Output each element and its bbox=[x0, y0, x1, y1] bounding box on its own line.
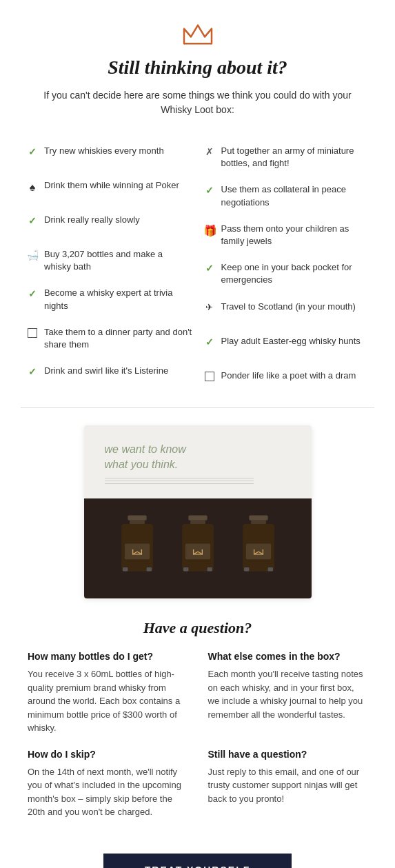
svg-rect-18 bbox=[251, 521, 266, 524]
faq-item: How do I skip? On the 14th of next month… bbox=[28, 749, 188, 819]
header-section: Still thinking about it? If you can't de… bbox=[0, 0, 395, 124]
list-item: ✓Keep one in your back pocket for emerge… bbox=[198, 254, 375, 293]
check-icon: ✓ bbox=[203, 262, 216, 276]
faq-title: Have a question? bbox=[28, 619, 367, 637]
svg-rect-15 bbox=[183, 567, 188, 571]
check-icon: ✓ bbox=[26, 145, 39, 159]
svg-rect-17 bbox=[249, 516, 267, 521]
bottle-3 bbox=[231, 512, 286, 581]
item-text: Keep one in your back pocket for emergen… bbox=[221, 261, 369, 286]
box-image-section: we want to know what you think. bbox=[0, 412, 395, 613]
svg-rect-23 bbox=[244, 567, 249, 571]
list-item: ✓Use them as collateral in peace negotia… bbox=[198, 176, 375, 215]
box-bottom bbox=[84, 498, 312, 598]
item-text: Become a whisky expert at trivia nights bbox=[44, 287, 192, 312]
list-item: Ponder life like a poet with a dram bbox=[198, 363, 375, 397]
cta-section: TREAT YOURSELF bbox=[0, 840, 395, 868]
check-icon: ✓ bbox=[26, 365, 39, 379]
item-text: Buy 3,207 bottles and make a whisky bath bbox=[44, 248, 192, 273]
item-text: Travel to Scotland (in your mouth) bbox=[221, 301, 369, 313]
faq-item: What else comes in the box? Each month y… bbox=[208, 651, 368, 735]
item-text: Drink and swirl like it's Listerine bbox=[44, 365, 192, 377]
square-icon bbox=[203, 370, 216, 385]
list-item: ✓Drink and swirl like it's Listerine bbox=[21, 358, 198, 392]
faq-question: What else comes in the box? bbox=[208, 651, 368, 662]
item-text: Pass them onto your children as family j… bbox=[221, 223, 369, 248]
svg-rect-8 bbox=[146, 567, 151, 571]
list-item: ✓Drink really really slowly bbox=[21, 207, 198, 241]
list-item: 🛁Buy 3,207 bottles and make a whisky bat… bbox=[21, 241, 198, 280]
faq-item: How many bottles do I get? You receive 3… bbox=[28, 651, 188, 735]
check-icon: ✓ bbox=[26, 287, 39, 301]
list-item: ✓Try new whiskies every month bbox=[21, 138, 198, 172]
faq-answer: On the 14th of next month, we'll notify … bbox=[28, 765, 188, 819]
box-image: we want to know what you think. bbox=[84, 425, 312, 599]
faq-section: Have a question? How many bottles do I g… bbox=[0, 612, 395, 840]
svg-rect-9 bbox=[188, 516, 207, 521]
item-text: Use them as collateral in peace negotiat… bbox=[221, 183, 369, 208]
page-subtitle: If you can't decide here are some things… bbox=[28, 88, 367, 117]
list-item: ✓Become a whisky expert at trivia nights bbox=[21, 280, 198, 319]
svg-rect-16 bbox=[207, 567, 212, 571]
main-container: Still thinking about it? If you can't de… bbox=[0, 0, 395, 868]
svg-rect-2 bbox=[130, 521, 145, 524]
check-icon: ✓ bbox=[203, 336, 216, 350]
left-column: ✓Try new whiskies every month♠Drink them… bbox=[21, 138, 198, 397]
item-text: Put together an army of miniature bottle… bbox=[221, 145, 369, 170]
list-item: ✈Travel to Scotland (in your mouth) bbox=[198, 294, 375, 328]
faq-grid: How many bottles do I get? You receive 3… bbox=[28, 651, 367, 819]
box-top: we want to know what you think. bbox=[84, 425, 312, 499]
item-text: Drink them while winning at Poker bbox=[44, 179, 192, 192]
svg-rect-24 bbox=[267, 567, 272, 571]
x-icon: ✗ bbox=[203, 145, 216, 159]
faq-question: How do I skip? bbox=[28, 749, 188, 760]
square-icon bbox=[26, 327, 39, 342]
bath-icon: 🛁 bbox=[26, 249, 39, 263]
crown-icon bbox=[181, 21, 215, 48]
faq-answer: Each month you'll receive tasting notes … bbox=[208, 667, 368, 721]
item-text: Play adult Easter-egg whisky hunts bbox=[221, 335, 369, 347]
check-icon: ✓ bbox=[203, 184, 216, 198]
divider bbox=[21, 407, 374, 408]
bottle-2 bbox=[170, 512, 225, 581]
gift-icon: 🎁 bbox=[203, 223, 216, 239]
check-icon: ✓ bbox=[26, 214, 39, 228]
list-item: 🎁Pass them onto your children as family … bbox=[198, 216, 375, 254]
svg-rect-1 bbox=[128, 516, 146, 521]
faq-answer: You receive 3 x 60mL bottles of high-qua… bbox=[28, 667, 188, 735]
list-item: ♠Drink them while winning at Poker bbox=[21, 172, 198, 207]
faq-question: How many bottles do I get? bbox=[28, 651, 188, 662]
item-text: Ponder life like a poet with a dram bbox=[221, 370, 369, 382]
list-item: Take them to a dinner party and don't sh… bbox=[21, 319, 198, 358]
plane-icon: ✈ bbox=[203, 301, 216, 314]
bottle-1 bbox=[110, 512, 165, 581]
cta-button[interactable]: TREAT YOURSELF bbox=[103, 854, 292, 868]
right-column: ✗Put together an army of miniature bottl… bbox=[198, 138, 375, 397]
faq-question: Still have a question? bbox=[208, 749, 368, 760]
list-item: ✓Play adult Easter-egg whisky hunts bbox=[198, 328, 375, 363]
faq-answer: Just reply to this email, and one of our… bbox=[208, 765, 368, 806]
faq-item: Still have a question? Just reply to thi… bbox=[208, 749, 368, 819]
spade-icon: ♠ bbox=[26, 180, 39, 195]
list-item: ✗Put together an army of miniature bottl… bbox=[198, 138, 375, 176]
svg-rect-7 bbox=[123, 567, 128, 571]
svg-rect-10 bbox=[190, 521, 205, 524]
items-section: ✓Try new whiskies every month♠Drink them… bbox=[0, 124, 395, 404]
box-lines bbox=[105, 478, 291, 484]
box-text: we want to know what you think. bbox=[105, 442, 291, 473]
item-text: Try new whiskies every month bbox=[44, 145, 192, 157]
page-title: Still thinking about it? bbox=[28, 57, 367, 79]
item-text: Drink really really slowly bbox=[44, 214, 192, 226]
item-text: Take them to a dinner party and don't sh… bbox=[44, 326, 192, 351]
